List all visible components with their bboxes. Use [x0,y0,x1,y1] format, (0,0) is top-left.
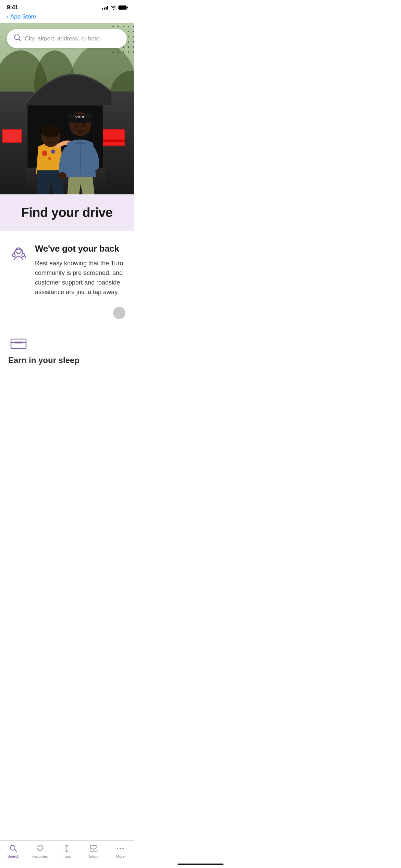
svg-point-30 [47,136,49,140]
battery-icon [118,5,127,10]
status-icons [102,5,127,10]
app-store-nav[interactable]: ‹ App Store [0,12,134,23]
support-icon [8,243,29,264]
status-bar: 9:41 [0,0,134,12]
next-section-title: Earn in your sleep [8,355,125,365]
svg-point-45 [123,26,124,27]
feature-support-title: We've got your back [35,243,125,254]
app-store-label: App Store [10,13,36,20]
svg-point-24 [51,149,55,154]
svg-point-71 [128,51,129,53]
svg-point-35 [58,172,66,179]
find-drive-title: Find your drive [8,205,125,220]
search-bar[interactable]: City, airport, address, or hotel [7,29,127,48]
svg-point-46 [128,26,129,27]
scroll-indicator [113,307,125,319]
svg-point-42 [82,123,85,127]
search-bar-container[interactable]: City, airport, address, or hotel [0,29,134,48]
svg-point-25 [48,157,51,160]
svg-point-68 [112,51,114,53]
svg-point-44 [118,26,119,27]
svg-point-70 [123,51,124,53]
svg-point-73 [16,248,21,253]
svg-rect-16 [101,140,125,142]
feature-support-description: Rest easy knowing that the Turo communit… [35,259,125,297]
svg-rect-78 [15,341,22,344]
svg-text:VOID: VOID [75,116,84,119]
next-section-preview: Earn in your sleep [0,332,134,365]
svg-point-29 [40,125,61,137]
svg-point-41 [75,124,78,128]
svg-point-31 [53,135,56,139]
scroll-hint-area [8,307,125,324]
find-drive-banner: Find your drive [0,194,134,231]
svg-point-69 [118,51,119,53]
hero-scene-svg: VOID [0,23,134,194]
content-section: We've got your back Rest easy knowing th… [0,231,134,332]
hero-section: City, airport, address, or hotel [0,23,134,231]
hero-image: VOID [0,23,134,194]
search-placeholder: City, airport, address, or hotel [25,35,120,42]
earnings-icon [8,332,29,353]
svg-rect-15 [102,130,124,145]
search-icon [14,34,21,43]
feature-support: We've got your back Rest easy knowing th… [8,243,125,297]
wifi-icon [110,5,116,10]
signal-icon [102,5,108,10]
feature-support-content: We've got your back Rest easy knowing th… [35,243,125,297]
back-chevron-icon: ‹ [7,13,9,20]
svg-point-43 [112,26,114,27]
status-time: 9:41 [7,4,18,11]
svg-point-23 [42,150,47,156]
svg-rect-12 [3,130,21,142]
